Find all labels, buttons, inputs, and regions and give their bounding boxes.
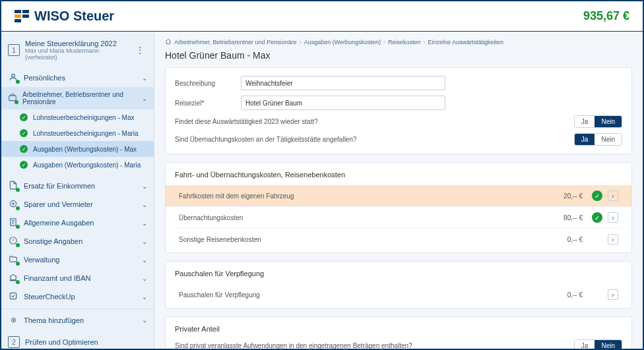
svg-rect-5 [10, 293, 16, 299]
cost-row-pauschalen[interactable]: Pauschalen für Verpflegung 0,-- € › [175, 284, 622, 305]
chevron-down-icon: ⌄ [142, 256, 147, 264]
sidebar-item-allgemeine[interactable]: Allgemeine Ausgaben ⌄ [1, 214, 154, 232]
cost-row-sonstige[interactable]: Sonstige Reisenebenkosten 0,-- € › [175, 229, 622, 250]
sidebar-item-thema[interactable]: ⊕ Thema hinzufügen ⌄ [1, 312, 154, 328]
sidebar-item-steuercheck[interactable]: SteuerCheckUp ⌄ [1, 287, 154, 306]
check-icon: ✓ [20, 161, 28, 169]
breadcrumb-item[interactable]: Arbeitnehmer, Betriebsrentner und Pensio… [174, 39, 297, 45]
more-icon[interactable]: ⋮ [133, 45, 147, 55]
sidebar-item-label: SteuerCheckUp [24, 293, 75, 301]
sidebar-sub-lohn-max[interactable]: ✓ Lohnsteuerbescheinigungen - Max [1, 109, 154, 125]
sidebar-item-pruefen[interactable]: 2 Prüfen und Optimieren [1, 332, 154, 349]
home-icon[interactable] [165, 38, 172, 46]
sidebar-sub-ausgaben-maria[interactable]: ✓ Ausgaben (Werbungskosten) - Maria [1, 157, 154, 173]
sidebar-item-sonstige[interactable]: Sonstige Angaben ⌄ [1, 232, 154, 250]
toggle-nein[interactable]: Nein [595, 340, 622, 349]
cost-row-uebernachtung[interactable]: Übernachtungskosten 80,-- € ✓ › [175, 207, 622, 229]
chevron-down-icon: ⌄ [142, 95, 147, 102]
check-icon: ✓ [20, 129, 28, 137]
check-icon: ✓ [592, 212, 602, 223]
breadcrumb-item[interactable]: Reisekosten [388, 39, 421, 45]
chevron-right-icon[interactable]: › [608, 190, 618, 201]
folder-icon [8, 254, 18, 265]
chevron-down-icon: ⌄ [142, 316, 147, 324]
chevron-right-icon: › [383, 39, 385, 45]
chevron-down-icon: ⌄ [142, 183, 147, 190]
question-uebernachtung: Sind Übernachtungskosten an der Tätigkei… [175, 136, 567, 143]
chevron-right-icon[interactable]: › [608, 234, 618, 245]
toggle-privat: Ja Nein [574, 339, 622, 349]
card-privat: Privater Anteil Sind privat veranlasste … [165, 316, 632, 349]
toggle-nein[interactable]: Nein [595, 116, 622, 127]
label-reiseziel: Reiseziel* [175, 100, 234, 107]
sidebar-item-finanzamt[interactable]: Finanzamt und IBAN ⌄ [1, 269, 154, 287]
toggle-ja[interactable]: Ja [575, 340, 595, 349]
sidebar-item-label: Lohnsteuerbescheinigungen - Maria [33, 130, 139, 137]
check-icon: ✓ [592, 190, 602, 201]
declaration-title: Meine Steuererklärung 2022 [25, 40, 127, 47]
sidebar-item-label: Thema hinzufügen [24, 316, 84, 324]
cost-label: Übernachtungskosten [179, 214, 558, 221]
check-icon: ✓ [20, 113, 28, 121]
sidebar-declaration-header[interactable]: 1 Meine Steuererklärung 2022 Max und Mar… [1, 36, 154, 65]
section-title: Privater Anteil [175, 325, 622, 333]
breadcrumb: Arbeitnehmer, Betriebsrentner und Pensio… [165, 38, 632, 46]
cost-value: 80,-- € [564, 214, 583, 221]
sidebar-item-verwaltung[interactable]: Verwaltung ⌄ [1, 250, 154, 269]
card-details: Beschreibung Reiseziel* Findet diese Aus… [165, 67, 632, 154]
sidebar-item-label: Prüfen und Optimieren [25, 338, 98, 346]
chevron-down-icon: ⌄ [142, 238, 147, 245]
sidebar-item-label: Verwaltung [24, 256, 59, 264]
svg-rect-1 [9, 96, 16, 101]
chevron-right-icon: › [300, 39, 302, 45]
cost-value: 0,-- € [567, 291, 583, 299]
cost-value: 20,-- € [564, 192, 583, 200]
cost-value: 0,-- € [567, 236, 583, 243]
chevron-right-icon[interactable]: › [608, 212, 618, 223]
sidebar-sub-lohn-maria[interactable]: ✓ Lohnsteuerbescheinigungen - Maria [1, 125, 154, 141]
brand-text: WISO Steuer [34, 9, 114, 24]
card-pauschalen: Pauschalen für Verpflegung Pauschalen fü… [165, 261, 632, 308]
toggle-nein[interactable]: Nein [595, 134, 622, 145]
logo: WISO Steuer [15, 9, 114, 24]
receipt-icon [8, 218, 18, 228]
sidebar-item-persoenliches[interactable]: Persönliches ⌄ [1, 69, 154, 87]
step-number-1: 1 [8, 44, 20, 56]
step-number-2: 2 [8, 336, 20, 348]
chevron-down-icon: ⌄ [142, 201, 147, 208]
person-icon [8, 73, 18, 83]
sidebar-item-label: Sparer und Vermieter [24, 200, 93, 208]
sidebar-item-label: Persönliches [24, 74, 65, 82]
sidebar-item-ersatz[interactable]: Ersatz für Einkommen ⌄ [1, 177, 154, 195]
sidebar-item-arbeitnehmer[interactable]: Arbeitnehmer, Betriebsrentner und Pensio… [1, 87, 154, 109]
sidebar-item-label: Arbeitnehmer, Betriebsrentner und Pensio… [22, 91, 137, 105]
chevron-down-icon: ⌄ [142, 74, 147, 82]
plus-icon: ⊕ [8, 316, 18, 324]
breadcrumb-item[interactable]: Einzelne Auswärtstätigkeiten [428, 39, 504, 45]
topbar: WISO Steuer 935,67 € [1, 1, 643, 32]
section-title: Fahrt- und Übernachtungskosten, Reiseneb… [175, 171, 622, 179]
toggle-2023: Ja Nein [574, 115, 622, 128]
refund-amount: 935,67 € [583, 9, 629, 23]
sidebar-item-label: Finanzamt und IBAN [24, 274, 91, 282]
cost-label: Sonstige Reisenebenkosten [179, 236, 562, 243]
toggle-ja[interactable]: Ja [575, 116, 595, 127]
breadcrumb-item[interactable]: Ausgaben (Werbungskosten) [304, 39, 381, 45]
input-reiseziel[interactable] [241, 96, 445, 110]
check-icon: ✓ [20, 145, 28, 153]
check-list-icon [8, 291, 18, 302]
cost-row-fahrtkosten[interactable]: Fahrtkosten mit dem eigenen Fahrzeug 20,… [166, 185, 631, 207]
sidebar-item-label: Ausgaben (Werbungskosten) - Maria [33, 161, 141, 169]
bank-icon [8, 273, 18, 283]
chevron-down-icon: ⌄ [142, 275, 147, 282]
chevron-right-icon[interactable]: › [608, 289, 618, 300]
cost-label: Fahrtkosten mit dem eigenen Fahrzeug [179, 192, 558, 200]
chevron-down-icon: ⌄ [142, 219, 147, 227]
declaration-subtitle: Max und Maria Mustermann (verheiratet) [25, 47, 127, 61]
sidebar-item-sparer[interactable]: Sparer und Vermieter ⌄ [1, 195, 154, 214]
input-beschreibung[interactable] [241, 76, 445, 90]
sidebar-item-label: Ersatz für Einkommen [24, 182, 95, 190]
svg-point-0 [12, 74, 15, 77]
sidebar-sub-ausgaben-max[interactable]: ✓ Ausgaben (Werbungskosten) - Max [1, 141, 154, 157]
toggle-ja[interactable]: Ja [575, 134, 595, 145]
